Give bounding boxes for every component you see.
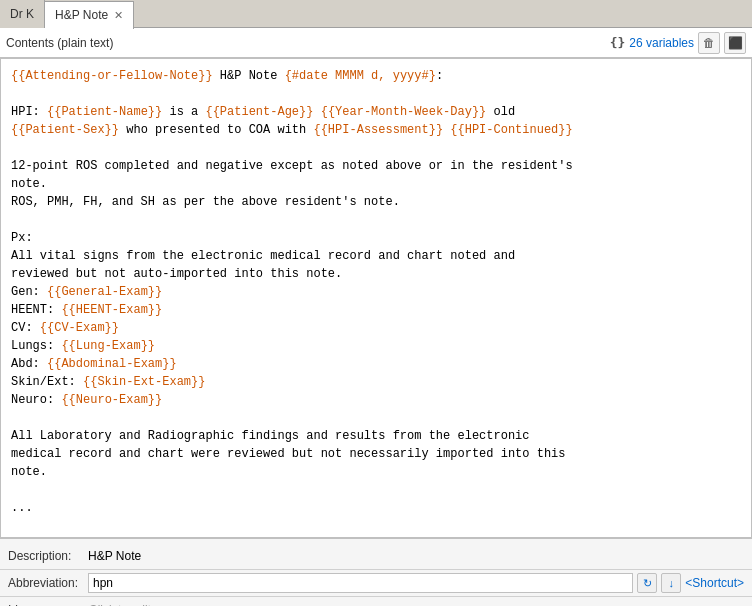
editor-line-13: Gen: {{General-Exam}} [11,283,741,301]
abbreviation-row: Abbreviation: ↻ ↓ <Shortcut> [0,570,752,596]
editor-line-7: note. [11,175,741,193]
contents-label: Contents (plain text) [6,36,610,50]
delete-button[interactable]: 🗑 [698,32,720,54]
editor-line-20 [11,409,741,427]
braces-icon: {} [610,35,626,50]
description-value: H&P Note [88,549,744,563]
bottom-fields: Description: H&P Note Abbreviation: ↻ ↓ … [0,538,752,606]
toolbar-actions: {} 26 variables 🗑 ⬛ [610,32,746,54]
editor-line-24 [11,481,741,499]
editor-line-19: Neuro: {{Neuro-Exam}} [11,391,741,409]
shortcut-link[interactable]: <Shortcut> [685,576,744,590]
editor-line-15: CV: {{CV-Exam}} [11,319,741,337]
editor-area[interactable]: {{Attending-or-Fellow-Note}} H&P Note {#… [0,58,752,538]
toolbar: Contents (plain text) {} 26 variables 🗑 … [0,28,752,58]
id-row: Id: Click to edit [0,597,752,606]
abbreviation-actions: ↻ ↓ <Shortcut> [637,573,744,593]
description-label: Description: [8,549,88,563]
tab-dr-k[interactable]: Dr K [0,0,45,28]
refresh-button[interactable]: ↻ [637,573,657,593]
abbreviation-label: Abbreviation: [8,576,88,590]
editor-line-1: {{Attending-or-Fellow-Note}} H&P Note {#… [11,67,741,85]
editor-line-12: reviewed but not auto-imported into this… [11,265,741,283]
editor-line-4: {{Patient-Sex}} who presented to COA wit… [11,121,741,139]
export-button[interactable]: ⬛ [724,32,746,54]
tab-close-icon[interactable]: ✕ [114,9,123,22]
variables-link[interactable]: 26 variables [629,36,694,50]
down-button[interactable]: ↓ [661,573,681,593]
editor-line-2 [11,85,741,103]
editor-line-21: All Laboratory and Radiographic findings… [11,427,741,445]
editor-line-17: Abd: {{Abdominal-Exam}} [11,355,741,373]
editor-line-3: HPI: {{Patient-Name}} is a {{Patient-Age… [11,103,741,121]
editor-line-10: Px: [11,229,741,247]
tab-hap-note-label: H&P Note [55,8,108,22]
editor-line-25: ... [11,499,741,517]
editor-line-5 [11,139,741,157]
tab-dr-k-label: Dr K [10,7,34,21]
tab-bar: Dr K H&P Note ✕ [0,0,752,28]
description-row: Description: H&P Note [0,543,752,569]
editor-line-11: All vital signs from the electronic medi… [11,247,741,265]
editor-line-9 [11,211,741,229]
editor-line-8: ROS, PMH, FH, and SH as per the above re… [11,193,741,211]
editor-line-16: Lungs: {{Lung-Exam}} [11,337,741,355]
editor-line-23: note. [11,463,741,481]
editor-line-6: 12-point ROS completed and negative exce… [11,157,741,175]
editor-line-18: Skin/Ext: {{Skin-Ext-Exam}} [11,373,741,391]
editor-line-14: HEENT: {{HEENT-Exam}} [11,301,741,319]
tab-hap-note[interactable]: H&P Note ✕ [45,1,134,29]
editor-line-22: medical record and chart were reviewed b… [11,445,741,463]
abbreviation-input[interactable] [88,573,633,593]
